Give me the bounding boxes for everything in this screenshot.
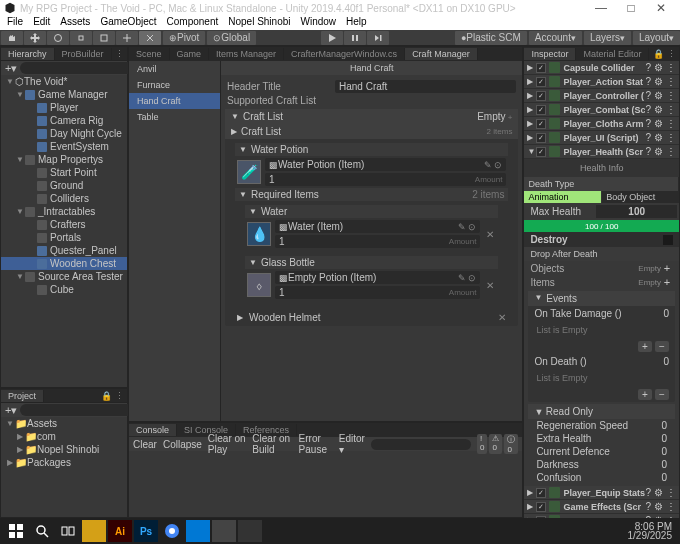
header-title-field[interactable]: Hand Craft (335, 80, 516, 93)
info-count[interactable]: ⓘ 0 (504, 434, 518, 454)
scale-tool[interactable] (70, 31, 92, 45)
tab-craft-manager[interactable]: Craft Manager (405, 48, 478, 60)
item-amount-field[interactable]: 1Amount (265, 173, 506, 186)
lock-icon[interactable]: 🔒 (653, 49, 664, 59)
console-error-pause[interactable]: Error Pause (299, 433, 333, 455)
hierarchy-node[interactable]: Camera Rig (1, 114, 127, 127)
add-button[interactable]: + (661, 276, 673, 288)
help-icon[interactable]: ? (645, 90, 651, 101)
unity-taskbar-icon[interactable] (212, 520, 236, 542)
console-clear-on-build[interactable]: Clear on Build (252, 433, 292, 455)
search-button[interactable] (30, 520, 54, 542)
component-header[interactable]: ▶✓Player_Equip Stats?⚙⋮ (524, 486, 679, 499)
warn-count[interactable]: ⚠ 0 (489, 434, 502, 454)
project-create[interactable]: +▾ (5, 404, 17, 417)
menu-icon[interactable]: ⋮ (666, 76, 676, 87)
required-items-header[interactable]: ▼Required Items2 items (235, 188, 508, 201)
hierarchy-node[interactable]: Ground (1, 179, 127, 192)
tab-probuilder[interactable]: ProBuilder (55, 48, 112, 60)
error-count[interactable]: ! 0 (477, 434, 487, 454)
preset-icon[interactable]: ⚙ (654, 501, 663, 512)
item-amount-field[interactable]: 1Amount (275, 286, 480, 299)
component-header[interactable]: ▶✓Player_Controller (?⚙⋮ (524, 89, 679, 102)
panel-menu-icon[interactable]: ⋮ (115, 391, 124, 401)
menu-icon[interactable]: ⋮ (666, 118, 676, 129)
category-item[interactable]: Hand Craft (129, 93, 220, 109)
menu-gameobject[interactable]: GameObject (95, 16, 161, 30)
menu-file[interactable]: File (2, 16, 28, 30)
remove-button[interactable]: ✕ (484, 229, 496, 240)
component-header[interactable]: ▶✓Game Effects (Scr?⚙⋮ (524, 500, 679, 513)
tab-inspector[interactable]: Inspector (524, 48, 576, 60)
menu-icon[interactable]: ⋮ (666, 487, 676, 498)
animation-option[interactable]: Animation (524, 191, 602, 203)
hierarchy-node[interactable]: EventSystem (1, 140, 127, 153)
hierarchy-node[interactable]: Colliders (1, 192, 127, 205)
transform-tool[interactable] (116, 31, 138, 45)
help-icon[interactable]: ? (645, 62, 651, 73)
component-checkbox[interactable]: ✓ (536, 147, 546, 157)
component-header[interactable]: ▶✓Player_Combat (Sc?⚙⋮ (524, 103, 679, 116)
component-checkbox[interactable]: ✓ (536, 488, 546, 498)
tab-project[interactable]: Project (1, 390, 44, 402)
component-checkbox[interactable]: ✓ (536, 133, 546, 143)
category-item[interactable]: Furnace (129, 77, 220, 93)
water-potion-header[interactable]: ▼Water Potion (235, 143, 508, 156)
item-amount-field[interactable]: 1Amount (275, 235, 480, 248)
tab-hierarchy[interactable]: Hierarchy (1, 48, 55, 60)
hierarchy-node[interactable]: ▼Game Manager (1, 88, 127, 101)
item-thumbnail[interactable]: 🧪 (237, 160, 261, 184)
remove-button[interactable]: ✕ (484, 280, 496, 291)
remove-event-button[interactable]: − (655, 341, 669, 352)
menu-icon[interactable]: ⋮ (666, 104, 676, 115)
system-clock[interactable]: 8:06 PM 1/29/2025 (628, 522, 677, 540)
lock-icon[interactable]: 🔒 (101, 391, 112, 401)
hierarchy-node[interactable]: Cube (1, 283, 127, 296)
start-button[interactable] (4, 520, 28, 542)
account-dropdown[interactable]: Account ▾ (529, 31, 582, 45)
craft-list-header[interactable]: ▼ Craft List Empty + (225, 109, 518, 124)
rotate-tool[interactable] (47, 31, 69, 45)
maximize-button[interactable]: □ (616, 1, 646, 15)
photoshop-icon[interactable]: Ps (134, 520, 158, 542)
illustrator-icon[interactable]: Ai (108, 520, 132, 542)
layers-dropdown[interactable]: Layers ▾ (584, 31, 631, 45)
preset-icon[interactable]: ⚙ (654, 487, 663, 498)
hierarchy-node[interactable]: Player (1, 101, 127, 114)
help-icon[interactable]: ? (645, 76, 651, 87)
console-clear[interactable]: Clear (133, 439, 157, 450)
hierarchy-node[interactable]: ▼Map Propertys (1, 153, 127, 166)
tab-scene[interactable]: Scene (129, 48, 170, 60)
help-icon[interactable]: ? (645, 104, 651, 115)
max-health-field[interactable]: 100 (596, 205, 677, 218)
preset-icon[interactable]: ⚙ (654, 90, 663, 101)
component-checkbox[interactable]: ✓ (536, 63, 546, 73)
item-ref-field[interactable]: ▩ Water Potion (Item)✎ ⊙ (265, 158, 506, 171)
help-icon[interactable]: ? (645, 118, 651, 129)
layout-dropdown[interactable]: Layout ▾ (633, 31, 680, 45)
hierarchy-node[interactable]: Wooden Chest (1, 257, 127, 270)
remove-button[interactable]: ✕ (498, 312, 506, 323)
pause-button[interactable] (344, 31, 366, 45)
panel-menu-icon[interactable]: ⋮ (115, 49, 124, 59)
menu-component[interactable]: Component (162, 16, 224, 30)
create-dropdown[interactable]: +▾ (5, 62, 17, 75)
menu-nopel shinobi[interactable]: Nopel Shinobi (223, 16, 295, 30)
menu-icon[interactable]: ⋮ (666, 146, 676, 157)
folder-packages[interactable]: ▶📁 Packages (1, 456, 127, 469)
menu-edit[interactable]: Edit (28, 16, 55, 30)
global-toggle[interactable]: ⊙ Global (207, 31, 256, 45)
panel-menu-icon[interactable]: ⋮ (667, 49, 676, 59)
component-header[interactable]: ▶✓Player_Action Stat?⚙⋮ (524, 75, 679, 88)
events-header[interactable]: ▼Events (528, 291, 675, 306)
category-item[interactable]: Anvil (129, 61, 220, 77)
custom-tool[interactable] (139, 31, 161, 45)
step-button[interactable] (367, 31, 389, 45)
help-icon[interactable]: ? (645, 132, 651, 143)
hierarchy-node[interactable]: Start Point (1, 166, 127, 179)
glass-bottle-header[interactable]: ▼Glass Bottle (245, 256, 498, 269)
component-checkbox[interactable]: ✓ (536, 502, 546, 512)
component-checkbox[interactable]: ✓ (536, 91, 546, 101)
tab-items-manager[interactable]: Items Manager (209, 48, 284, 60)
tab-craftermanagerwindow-cs[interactable]: CrafterManagerWindow.cs (284, 48, 405, 60)
